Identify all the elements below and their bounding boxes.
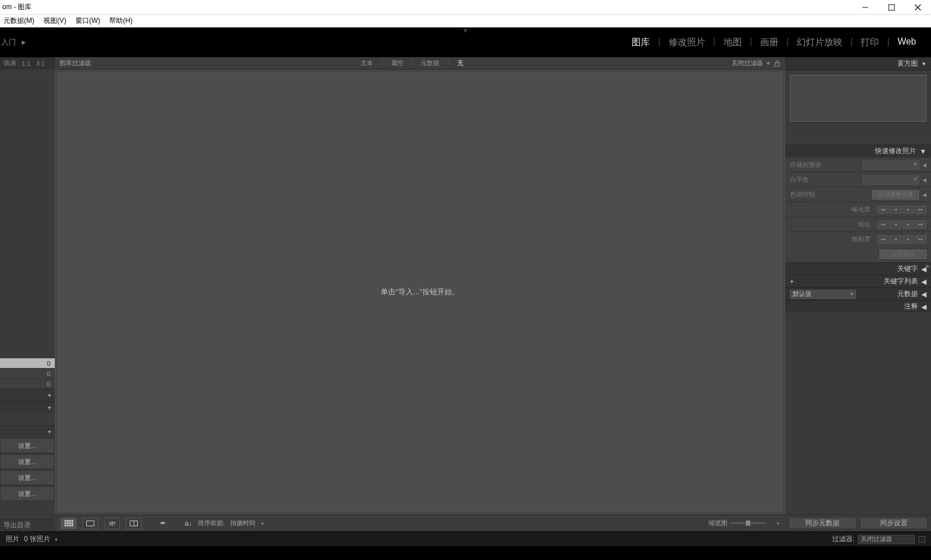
preset-dropdown[interactable]: ≑: [863, 161, 919, 170]
step-plus[interactable]: ▸: [902, 221, 914, 229]
loupe-view-button[interactable]: [82, 518, 98, 529]
title-bar: om - 图库: [0, 0, 931, 15]
minimize-button[interactable]: [852, 0, 878, 15]
film-filter-lock[interactable]: [918, 536, 925, 543]
catalog-count-c[interactable]: 0: [0, 378, 55, 389]
plus-icon: +: [47, 428, 51, 436]
module-library[interactable]: 图库: [627, 37, 654, 49]
exposure-label: 曝光度: [848, 205, 870, 214]
film-filter-dropdown[interactable]: 关闭过滤器: [858, 535, 915, 544]
filter-none[interactable]: 无: [457, 59, 463, 67]
catalog-count-b[interactable]: 0: [0, 368, 55, 378]
expand-right-icon[interactable]: ▶: [925, 263, 931, 269]
sort-direction-icon[interactable]: a↓: [185, 519, 192, 527]
wb-dropdown[interactable]: ≑: [863, 175, 919, 185]
keyword-list-header[interactable]: + 关键字列表 ◀: [785, 275, 931, 287]
sync-metadata-button[interactable]: 同步元数据: [789, 517, 857, 529]
quick-develop-label: 快速修改照片: [875, 146, 916, 156]
keywords-header[interactable]: 关键字 ◀: [785, 262, 931, 275]
sync-settings-button[interactable]: 同步设置: [860, 517, 928, 529]
step-minus-big[interactable]: ◂◂: [877, 235, 889, 243]
filmstrip-header: 照片 0 张照片 ▾ 过滤器: 关闭过滤器: [0, 531, 931, 546]
metadata-header[interactable]: 默认值 ≑ 元数据 ◀: [785, 287, 931, 300]
quick-develop-panel: 存储的预设 ≑ ◀ 白平衡 ≑ ◀ 色调控制 自动调整色调 ◀ 曝光度 ◂◂: [785, 157, 931, 262]
close-button[interactable]: [905, 0, 931, 15]
module-map[interactable]: 地图: [719, 37, 746, 49]
step-minus[interactable]: ◂: [890, 235, 901, 243]
publish-add[interactable]: +: [0, 425, 55, 438]
menu-view[interactable]: 视图(V): [43, 16, 66, 26]
step-plus-big[interactable]: ▸▸: [915, 235, 926, 243]
menu-window[interactable]: 窗口(W): [75, 16, 100, 26]
plus-icon[interactable]: +: [790, 278, 794, 286]
folders-add[interactable]: +: [0, 389, 55, 401]
slider-thumb[interactable]: [745, 520, 751, 526]
film-source-dropdown-icon[interactable]: ▾: [55, 537, 58, 542]
setting-button-4[interactable]: 设置...: [0, 486, 55, 501]
toolbar-menu-icon[interactable]: ▾: [777, 521, 780, 526]
step-minus[interactable]: ◂: [890, 206, 901, 214]
chevron-left-icon[interactable]: ◀: [922, 162, 926, 168]
module-book[interactable]: 画册: [756, 37, 783, 49]
film-filter-label: 过滤器:: [832, 534, 854, 544]
compare-view-button[interactable]: X|Y: [104, 518, 120, 529]
sort-value[interactable]: 拍摄时间: [230, 519, 255, 527]
module-develop[interactable]: 修改照片: [664, 37, 710, 49]
zoom-fill[interactable]: 填满: [3, 59, 16, 67]
setting-button-3[interactable]: 设置...: [0, 470, 55, 485]
setting-button-1[interactable]: 设置...: [0, 438, 55, 453]
filter-text[interactable]: 文本: [361, 59, 373, 67]
collapse-top-icon[interactable]: ▼: [463, 27, 469, 34]
navigator-zoom: 填满 1:1 3:1: [0, 58, 55, 69]
wb-label: 白平衡: [790, 175, 809, 184]
filter-metadata[interactable]: 元数据: [421, 59, 439, 67]
auto-tone-button[interactable]: 自动调整色调: [872, 190, 919, 199]
zoom-1-1[interactable]: 1:1: [22, 60, 30, 67]
step-plus[interactable]: ▸: [902, 206, 914, 214]
survey-view-button[interactable]: [126, 518, 142, 529]
zoom-3-1[interactable]: 3:1: [36, 60, 45, 67]
collections-add[interactable]: +: [0, 401, 55, 414]
menu-metadata[interactable]: 元数据(M): [3, 16, 34, 26]
center-area: 图库过滤器: 文本| 属性| 元数据| 无 关闭过滤器 ≑ 单击"导入..."按…: [55, 57, 785, 531]
metadata-preset-dropdown[interactable]: 默认值 ≑: [790, 290, 856, 299]
histogram-label: 直方图: [897, 59, 918, 69]
chevron-left-icon[interactable]: ◀: [922, 177, 926, 183]
setting-button-2[interactable]: 设置...: [0, 454, 55, 469]
keywords-label: 关键字: [897, 264, 918, 274]
menu-help[interactable]: 帮助(H): [109, 16, 133, 26]
step-plus-big[interactable]: ▸▸: [915, 206, 926, 214]
export-catalog-button[interactable]: 导出目录: [0, 519, 55, 531]
maximize-button[interactable]: [878, 0, 905, 15]
center-toolbar: X|Y ✒ a↓ 排序依据: 拍摄时间 ▾ 缩览图 ▾: [55, 514, 785, 531]
sort-dropdown-icon[interactable]: ▾: [261, 521, 264, 526]
sharpen-steppers: ◂◂ ◂ ▸ ▸▸: [877, 221, 926, 229]
step-minus-big[interactable]: ◂◂: [877, 221, 889, 229]
module-print[interactable]: 打印: [856, 37, 884, 49]
reset-all-button[interactable]: 全部重设: [880, 250, 926, 259]
module-web[interactable]: Web: [893, 37, 921, 49]
step-minus[interactable]: ◂: [890, 221, 901, 229]
quick-develop-header[interactable]: 快速修改照片 ▼: [785, 145, 931, 157]
histogram-box: [790, 75, 926, 122]
thumbnail-size: 缩览图: [709, 519, 765, 527]
grid-view-button[interactable]: [61, 518, 77, 529]
filter-close[interactable]: 关闭过滤器: [732, 59, 763, 67]
histogram-header[interactable]: 直方图 ▼: [785, 58, 931, 70]
filter-attribute[interactable]: 属性: [391, 59, 403, 67]
painter-icon[interactable]: ✒: [160, 519, 166, 527]
comments-header[interactable]: 注释 ◀: [785, 300, 931, 313]
step-minus-big[interactable]: ◂◂: [877, 206, 889, 214]
filter-dropdown-icon[interactable]: ≑: [766, 61, 770, 66]
metadata-label: 元数据: [897, 289, 918, 299]
chevron-left-icon[interactable]: ◀: [922, 192, 926, 198]
catalog-count-a[interactable]: 0: [0, 358, 55, 368]
module-slideshow[interactable]: 幻灯片放映: [792, 37, 847, 49]
lock-icon[interactable]: [774, 60, 781, 67]
getting-started[interactable]: 入门: [1, 37, 16, 47]
step-plus-big[interactable]: ▸▸: [915, 221, 926, 229]
thumb-label: 缩览图: [709, 519, 728, 527]
play-icon[interactable]: ▶: [22, 39, 26, 45]
thumb-slider[interactable]: [731, 522, 765, 524]
step-plus[interactable]: ▸: [902, 235, 914, 243]
